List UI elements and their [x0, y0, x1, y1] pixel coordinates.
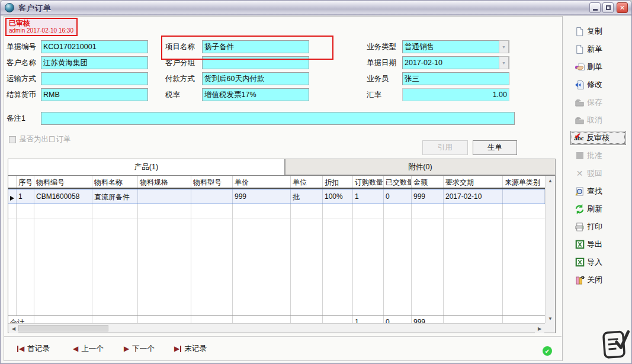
customer-label: 客户名称 [7, 56, 36, 69]
transport-field[interactable] [41, 72, 148, 85]
col-header[interactable]: 单价 [233, 176, 291, 188]
sidebar-button-find[interactable]: 查找 [574, 184, 631, 198]
sidebar-button-cancel[interactable]: 取消 [574, 113, 631, 127]
biz-type-label: 业务类型 [367, 40, 396, 53]
cell-price[interactable]: 999 [233, 189, 291, 204]
reject-x-icon: ✕ [574, 168, 585, 179]
salesman-field[interactable] [402, 72, 509, 85]
cell-amount[interactable]: 999 [412, 189, 444, 204]
sidebar-button-close-form[interactable]: 关闭 [574, 273, 631, 287]
customer-group-field[interactable] [202, 56, 309, 69]
sidebar-button-unapprove[interactable]: abc✔ 反审核 [570, 131, 626, 145]
horizontal-scrollbar[interactable]: ◀ ▶ [8, 323, 545, 333]
cell-qty[interactable]: 1 [353, 189, 384, 204]
scroll-up-icon[interactable]: ▲ [546, 176, 555, 185]
horizontal-scroll-thumb[interactable] [18, 325, 108, 331]
sidebar-button-refresh[interactable]: 刷新 [574, 202, 631, 216]
tab-attachments[interactable]: 附件(0) [285, 159, 556, 175]
cell-discount[interactable]: 100% [323, 189, 353, 204]
cell-source[interactable] [503, 189, 545, 204]
col-header[interactable]: 序号 [17, 176, 34, 188]
sidebar-button-print[interactable]: 打印 [574, 220, 631, 234]
scroll-right-icon[interactable]: ▶ [535, 324, 544, 333]
cell-code[interactable]: CBM1600058 [34, 189, 92, 204]
col-header[interactable]: 金额 [412, 176, 444, 188]
grid-header-selector [8, 176, 17, 188]
scroll-down-icon[interactable]: ▼ [546, 314, 555, 323]
nav-last-record[interactable]: ▶ 末记录 [174, 343, 207, 355]
quote-button[interactable]: 引用 [422, 140, 468, 155]
nav-label: 末记录 [184, 344, 207, 354]
doc-date-field[interactable] [402, 56, 509, 69]
tax-field[interactable] [202, 88, 309, 101]
project-field[interactable] [202, 40, 309, 53]
sidebar-label: 关闭 [587, 275, 602, 285]
biz-type-dropdown-button[interactable]: ▼ [499, 40, 509, 53]
cell-seq[interactable]: 1 [17, 189, 34, 204]
export-order-checkbox[interactable] [9, 136, 16, 143]
sidebar-button-delete[interactable]: 删单 [574, 60, 631, 74]
sidebar-button-reject[interactable]: ✕ 驳回 [574, 166, 631, 181]
sidebar-button-save[interactable]: 保存 [574, 95, 631, 109]
sidebar-button-new[interactable]: 新单 [574, 42, 631, 56]
grid-filler [8, 218, 545, 315]
col-header[interactable]: 物料规格 [138, 176, 191, 188]
customer-group-label: 客户分组 [165, 56, 195, 69]
sidebar-button-export[interactable]: 导出 [574, 237, 631, 252]
sidebar-label: 修改 [587, 79, 602, 90]
scrollbar-corner [545, 323, 555, 333]
doc-no-field[interactable] [41, 40, 148, 53]
nav-label: 上一个 [81, 344, 104, 354]
minimize-icon [593, 9, 598, 11]
next-icon: ▶ [124, 345, 129, 352]
tab-products[interactable]: 产品(1) [8, 159, 285, 175]
cell-spec[interactable] [138, 189, 191, 204]
col-header[interactable]: 单位 [291, 176, 323, 188]
grid-header-row: 序号 物料编号 物料名称 物料规格 物料型号 单价 单位 折扣 订购数量 已交数… [8, 176, 545, 189]
sidebar-label: 刷新 [587, 204, 602, 214]
col-header[interactable]: 折扣 [323, 176, 353, 188]
tax-label: 税率 [165, 88, 180, 101]
cell-due[interactable]: 2017-02-10 [444, 189, 503, 204]
sidebar-button-copy[interactable]: 复制 [574, 24, 631, 38]
payment-field[interactable] [202, 72, 309, 85]
cell-model[interactable] [191, 189, 233, 204]
transport-label: 运输方式 [7, 72, 36, 85]
col-header[interactable]: 要求交期 [444, 176, 503, 188]
col-header[interactable]: 已交数量 [384, 176, 412, 188]
currency-field[interactable] [41, 88, 148, 101]
remark-field[interactable] [41, 112, 515, 125]
title-bar[interactable]: 客户订单 ✕ [1, 1, 631, 15]
save-icon [574, 97, 585, 108]
doc-date-dropdown-button[interactable]: ▼ [499, 56, 509, 69]
exchange-rate-field[interactable] [402, 88, 509, 101]
nav-next[interactable]: ▶ 下一个 [124, 343, 155, 355]
close-button[interactable]: ✕ [617, 2, 628, 13]
sidebar-label: 保存 [587, 97, 602, 108]
col-header[interactable]: 物料编号 [34, 176, 92, 188]
nav-first-record[interactable]: ◀ 首记录 [17, 343, 50, 355]
cell-unit[interactable]: 批 [291, 189, 323, 204]
biz-type-field[interactable] [402, 40, 509, 53]
cell-delivered[interactable]: 0 [384, 189, 412, 204]
cell-name[interactable]: 直流屏备件 [92, 189, 138, 204]
col-header[interactable]: 物料名称 [92, 176, 138, 188]
sidebar-button-modify[interactable]: 修改 [574, 78, 631, 92]
currency-label: 结算货币 [7, 88, 36, 101]
first-record-icon: ◀ [17, 345, 24, 352]
table-row[interactable]: 1 CBM1600058 直流屏备件 999 批 100% 1 0 999 20… [8, 189, 545, 204]
generate-order-button[interactable]: 生单 [473, 140, 517, 155]
col-header[interactable]: 来源单类别 [503, 176, 545, 188]
search-icon [574, 186, 585, 197]
vertical-scrollbar[interactable]: ▲ ▼ [545, 176, 555, 323]
minimize-button[interactable] [589, 2, 601, 13]
col-header[interactable]: 物料型号 [191, 176, 233, 188]
nav-label: 首记录 [27, 344, 50, 354]
nav-previous[interactable]: ◀ 上一个 [73, 343, 104, 355]
maximize-button[interactable] [602, 2, 614, 13]
sidebar-button-approve[interactable]: 批准 [574, 149, 631, 163]
sidebar-button-import[interactable]: 导入 [574, 255, 631, 269]
scroll-left-icon[interactable]: ◀ [9, 324, 18, 333]
col-header[interactable]: 订购数量 [353, 176, 384, 188]
customer-field[interactable] [41, 56, 148, 69]
